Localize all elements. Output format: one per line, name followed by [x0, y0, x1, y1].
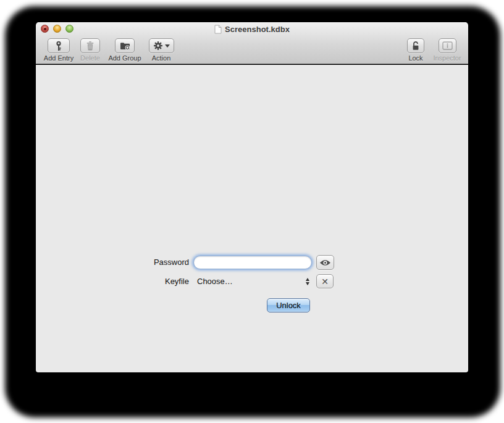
- keyfile-label: Keyfile: [116, 277, 189, 287]
- unlock-panel: Password Keyfile Choose… ✕ Unlock: [36, 65, 468, 372]
- inspector-button[interactable]: [439, 38, 456, 53]
- action-label: Action: [146, 54, 177, 62]
- popup-stepper-icon: [305, 277, 311, 286]
- titlebar: Screenshot.kdbx: [79, 22, 425, 36]
- add-group-label: Add Group: [104, 54, 145, 62]
- lock-open-icon: [411, 41, 421, 51]
- action-menu-button[interactable]: [149, 38, 174, 53]
- key-icon: [54, 41, 64, 51]
- toolbar-item-add-group: Add Group: [104, 38, 145, 62]
- keyfile-selected-value: Choose…: [197, 275, 233, 288]
- reveal-password-button[interactable]: [316, 255, 334, 270]
- lock-button[interactable]: [407, 38, 424, 53]
- clear-keyfile-button[interactable]: ✕: [316, 274, 334, 288]
- password-label: Password: [116, 258, 189, 267]
- delete-label: Delete: [77, 54, 103, 62]
- app-window: Screenshot.kdbx Add Entry: [36, 22, 468, 372]
- screenshot-stage: Screenshot.kdbx Add Entry: [0, 0, 504, 423]
- gear-icon: [153, 41, 163, 51]
- toolbar-item-action: Action: [146, 38, 177, 62]
- eye-icon: [319, 259, 331, 267]
- delete-button[interactable]: [80, 38, 100, 53]
- info-panel-icon: [442, 41, 453, 50]
- minimize-button[interactable]: [53, 25, 61, 33]
- trash-icon: [85, 41, 95, 51]
- toolbar-item-add-entry: Add Entry: [40, 38, 78, 62]
- password-input[interactable]: [193, 256, 312, 269]
- zoom-button[interactable]: [65, 25, 74, 33]
- document-icon: [214, 25, 222, 34]
- add-entry-label: Add Entry: [40, 54, 78, 62]
- chevron-down-icon: [165, 44, 170, 48]
- add-entry-button[interactable]: [48, 38, 70, 53]
- toolbar-item-inspector: Inspector: [429, 38, 465, 62]
- toolbar-item-delete: Delete: [77, 38, 103, 62]
- titlebar-toolbar: Screenshot.kdbx Add Entry: [36, 22, 468, 64]
- window-title: Screenshot.kdbx: [225, 25, 290, 34]
- add-group-button[interactable]: [115, 38, 135, 53]
- inspector-label: Inspector: [429, 54, 465, 62]
- toolbar-item-lock: Lock: [403, 38, 428, 62]
- unlock-button[interactable]: Unlock: [267, 298, 310, 312]
- keyfile-popup-button[interactable]: Choose…: [193, 275, 313, 288]
- x-icon: ✕: [321, 277, 329, 286]
- close-button[interactable]: [41, 25, 49, 33]
- folder-add-icon: [120, 41, 130, 51]
- lock-label: Lock: [403, 54, 428, 62]
